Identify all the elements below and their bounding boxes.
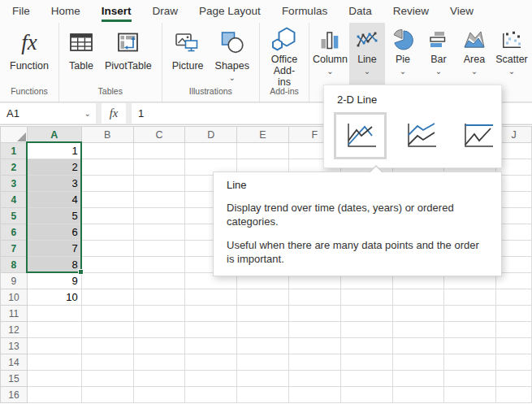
pie-chart-button[interactable]: Pie ⌄ (385, 23, 421, 85)
row-header-1[interactable]: 1 (1, 143, 28, 159)
cell-A13[interactable] (27, 338, 81, 354)
cell-H14[interactable] (392, 354, 444, 371)
cell-J16[interactable] (496, 387, 532, 403)
row-header-12[interactable]: 12 (1, 322, 28, 338)
menu-tab-page-layout[interactable]: Page Layout (188, 0, 271, 23)
cell-C10[interactable] (133, 289, 185, 306)
cell-I16[interactable] (444, 387, 496, 403)
cell-A3[interactable]: 3 (27, 176, 81, 192)
cell-F16[interactable] (288, 387, 340, 403)
insert-function-button[interactable]: fx (102, 103, 126, 124)
cell-F14[interactable] (288, 354, 340, 371)
row-header-13[interactable]: 13 (1, 338, 28, 354)
menu-tab-draw[interactable]: Draw (142, 0, 189, 23)
cell-B1[interactable] (81, 143, 133, 159)
cell-G10[interactable] (340, 289, 392, 306)
row-header-16[interactable]: 16 (1, 387, 28, 403)
pivottable-button[interactable]: PivotTable (99, 23, 158, 85)
cell-E15[interactable] (237, 371, 289, 387)
cell-H12[interactable] (392, 322, 444, 338)
menu-tab-file[interactable]: File (2, 0, 41, 23)
stacked-line-option-button[interactable] (397, 113, 443, 159)
cell-A14[interactable] (27, 354, 81, 371)
office-addins-button[interactable]: Office Add-ins (264, 23, 305, 85)
row-header-9[interactable]: 9 (1, 273, 28, 289)
row-header-15[interactable]: 15 (1, 371, 28, 387)
cell-G12[interactable] (340, 322, 392, 338)
cell-H10[interactable] (392, 289, 444, 306)
shapes-button[interactable]: Shapes ⌄ (210, 23, 255, 85)
cell-B11[interactable] (81, 306, 133, 322)
cell-C14[interactable] (133, 354, 185, 371)
row-header-5[interactable]: 5 (1, 208, 28, 224)
cell-A9[interactable]: 9 (27, 273, 81, 289)
bar-chart-button[interactable]: Bar ⌄ (421, 23, 456, 85)
cell-I14[interactable] (444, 354, 496, 371)
scatter-chart-button[interactable]: Scatter ⌄ (492, 23, 531, 85)
cell-G13[interactable] (340, 338, 392, 354)
cell-A7[interactable]: 7 (27, 241, 81, 257)
cell-J13[interactable] (496, 338, 532, 354)
cell-C12[interactable] (133, 322, 185, 338)
cell-H15[interactable] (392, 371, 444, 387)
column-chart-button[interactable]: Column ⌄ (311, 23, 349, 85)
cell-C16[interactable] (133, 387, 185, 403)
cell-I12[interactable] (444, 322, 496, 338)
cell-D10[interactable] (185, 289, 237, 306)
cell-E14[interactable] (237, 354, 289, 371)
line-chart-button[interactable]: Line ⌄ (349, 23, 385, 85)
menu-tab-review[interactable]: Review (383, 0, 439, 23)
menu-tab-home[interactable]: Home (41, 0, 91, 23)
cell-H16[interactable] (392, 387, 444, 403)
cell-A15[interactable] (27, 371, 81, 387)
cell-B3[interactable] (81, 176, 133, 192)
cell-F11[interactable] (288, 306, 340, 322)
cell-B7[interactable] (81, 241, 133, 257)
column-header-B[interactable]: B (81, 127, 133, 143)
cell-B6[interactable] (81, 224, 133, 241)
cell-B2[interactable] (81, 159, 133, 176)
cell-C15[interactable] (133, 371, 185, 387)
cell-J12[interactable] (496, 322, 532, 338)
cell-C1[interactable] (133, 143, 185, 159)
cell-D1[interactable] (185, 143, 237, 159)
cell-C9[interactable] (133, 273, 185, 289)
name-box-chevron-icon[interactable]: ⌄ (84, 109, 91, 118)
cell-F12[interactable] (288, 322, 340, 338)
menu-tab-formulas[interactable]: Formulas (271, 0, 338, 23)
cell-I11[interactable] (444, 306, 496, 322)
cell-F15[interactable] (288, 371, 340, 387)
row-header-2[interactable]: 2 (1, 159, 28, 176)
cell-D14[interactable] (185, 354, 237, 371)
row-header-7[interactable]: 7 (1, 241, 28, 257)
menu-tab-insert[interactable]: Insert (91, 0, 142, 23)
cell-C11[interactable] (133, 306, 185, 322)
cell-C4[interactable] (133, 192, 185, 208)
cell-H13[interactable] (392, 338, 444, 354)
cell-A12[interactable] (27, 322, 81, 338)
row-header-14[interactable]: 14 (1, 354, 28, 371)
line-option-button[interactable] (334, 112, 387, 159)
cell-A2[interactable]: 2 (27, 159, 81, 176)
cell-F10[interactable] (288, 289, 340, 306)
cell-I13[interactable] (444, 338, 496, 354)
cell-A5[interactable]: 5 (27, 208, 81, 224)
cell-G15[interactable] (340, 371, 392, 387)
row-header-6[interactable]: 6 (1, 224, 28, 241)
cell-C2[interactable] (133, 159, 185, 176)
cell-D15[interactable] (185, 371, 237, 387)
cell-J15[interactable] (496, 371, 532, 387)
column-header-C[interactable]: C (133, 127, 185, 143)
cell-G14[interactable] (340, 354, 392, 371)
cell-B10[interactable] (81, 289, 133, 306)
cell-D11[interactable] (185, 306, 237, 322)
cell-I10[interactable] (444, 289, 496, 306)
cell-J11[interactable] (496, 306, 532, 322)
column-header-A[interactable]: A (27, 127, 81, 143)
cell-E1[interactable] (237, 143, 289, 159)
cell-A11[interactable] (27, 306, 81, 322)
hundred-percent-stacked-line-option-button[interactable] (455, 113, 501, 159)
cell-E13[interactable] (237, 338, 289, 354)
name-box[interactable]: A1 ⌄ (0, 103, 96, 124)
cell-C13[interactable] (133, 338, 185, 354)
